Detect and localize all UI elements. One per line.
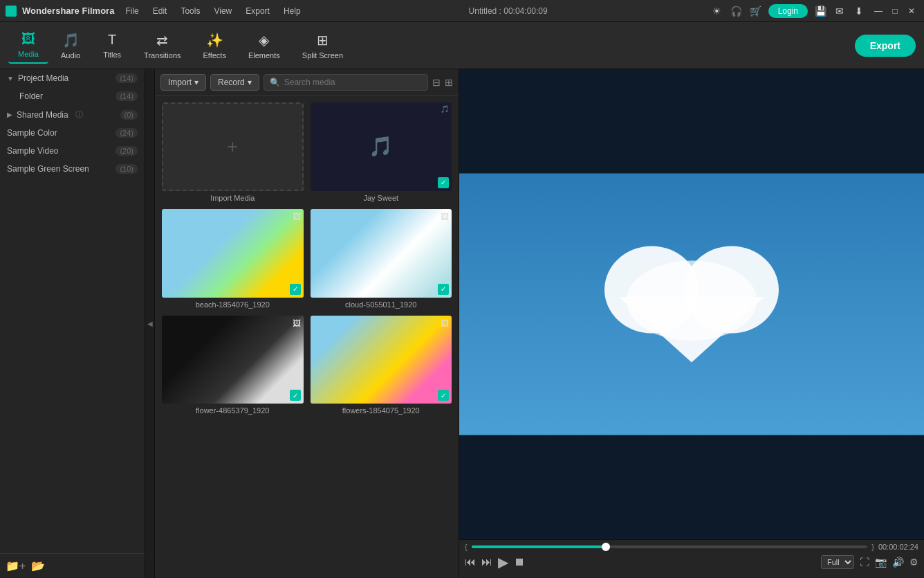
sample-green-label: Sample Green Screen xyxy=(7,164,89,174)
project-media-count: (14) xyxy=(115,73,138,83)
title-bar-left: Wondershare Filmora File Edit Tools View… xyxy=(6,5,306,17)
tab-media[interactable]: 🖼 Media xyxy=(8,27,48,64)
effects-icon: ✨ xyxy=(206,32,223,48)
jay-sweet-check: ✓ xyxy=(438,177,449,188)
record-chevron: ▾ xyxy=(248,78,252,87)
menu-edit[interactable]: Edit xyxy=(147,5,173,17)
flowers2-item[interactable]: 🖼 ✓ flowers-1854075_1920 xyxy=(311,316,452,415)
cloud-label: cloud-5055011_1920 xyxy=(311,300,452,309)
main-area: ▼ Project Media (14) Folder (14) ▶ Share… xyxy=(0,69,924,578)
export-button[interactable]: Export xyxy=(855,35,916,57)
folder-count: (14) xyxy=(115,91,138,101)
progress-bar[interactable] xyxy=(472,545,868,548)
folder-open-icon[interactable]: 📂 xyxy=(31,559,45,572)
flower4-label: flower-4865379_1920 xyxy=(162,406,304,415)
login-button[interactable]: Login xyxy=(768,4,808,18)
close-button[interactable]: ✕ xyxy=(905,4,918,18)
rewind-button[interactable]: ⏮ xyxy=(465,556,476,568)
settings-icon[interactable]: ⚙ xyxy=(909,557,918,568)
search-input[interactable] xyxy=(284,78,422,87)
panel-collapse-handle[interactable]: ◀ xyxy=(145,69,155,578)
toolbar: 🖼 Media 🎵 Audio T Titles ⇄ Transitions ✨… xyxy=(0,22,924,69)
menu-file[interactable]: File xyxy=(120,5,144,17)
tree-sample-video[interactable]: Sample Video (20) xyxy=(0,142,145,160)
minimize-button[interactable]: — xyxy=(871,4,885,18)
tree-sample-green[interactable]: Sample Green Screen (10) xyxy=(0,160,145,178)
cloud-item[interactable]: 🖼 ✓ cloud-5055011_1920 xyxy=(311,209,452,309)
grid-view-icon[interactable]: ⊞ xyxy=(445,77,453,88)
tab-audio[interactable]: 🎵 Audio xyxy=(51,28,90,64)
music-icon: 🎵 xyxy=(369,135,393,158)
record-label: Record xyxy=(218,78,245,87)
import-media-label: Import Media xyxy=(162,194,304,202)
import-button[interactable]: Import ▾ xyxy=(160,74,206,91)
headphone-icon[interactable]: 🎧 xyxy=(730,4,743,18)
flower4-item[interactable]: 🖼 ✓ flower-4865379_1920 xyxy=(162,316,304,415)
transitions-tab-label: Transitions xyxy=(144,51,181,60)
quality-select[interactable]: Full xyxy=(821,555,854,569)
tree-project-media[interactable]: ▼ Project Media (14) xyxy=(0,69,145,87)
preview-right-controls: Full ⛶ 📷 🔊 ⚙ xyxy=(821,555,918,569)
beach-item[interactable]: 🖼 ✓ beach-1854076_1920 xyxy=(162,209,304,309)
window-title: Untitled : 00:04:00:09 xyxy=(469,6,548,16)
beach-thumb: 🖼 ✓ xyxy=(162,209,304,298)
import-media-thumb: + xyxy=(162,102,304,191)
panel-items: ▼ Project Media (14) Folder (14) ▶ Share… xyxy=(0,69,145,553)
stop-button[interactable]: ⏹ xyxy=(514,556,525,568)
tab-split-screen[interactable]: ⊞ Split Screen xyxy=(293,28,353,64)
app-logo xyxy=(6,6,17,17)
tab-elements[interactable]: ◈ Elements xyxy=(239,28,290,64)
cart-icon[interactable]: 🛒 xyxy=(749,4,763,18)
media-tab-label: Media xyxy=(18,50,39,58)
import-label: Import xyxy=(168,78,192,87)
flower4-thumb: 🖼 ✓ xyxy=(162,316,304,404)
menu-view[interactable]: View xyxy=(208,5,237,17)
import-chevron: ▾ xyxy=(194,78,198,87)
left-panel: ▼ Project Media (14) Folder (14) ▶ Share… xyxy=(0,69,145,578)
play-button[interactable]: ▶ xyxy=(498,554,508,570)
cloud-thumb: 🖼 ✓ xyxy=(311,209,452,298)
volume-icon[interactable]: 🔊 xyxy=(892,557,904,568)
beach-check: ✓ xyxy=(290,284,301,295)
split-screen-tab-label: Split Screen xyxy=(302,51,343,60)
import-media-item[interactable]: + Import Media xyxy=(162,102,304,202)
beach-label: beach-1854076_1920 xyxy=(162,300,304,309)
elements-icon: ◈ xyxy=(259,32,269,48)
tree-folder[interactable]: Folder (14) xyxy=(0,87,145,105)
image-type-icon3: 🖼 xyxy=(293,318,301,328)
sun-icon[interactable]: ☀ xyxy=(710,4,724,18)
mail-icon[interactable]: ✉ xyxy=(833,4,847,18)
flowers2-label: flowers-1854075_1920 xyxy=(311,406,452,415)
add-folder-icon[interactable]: 📁+ xyxy=(6,559,26,572)
audio-tab-label: Audio xyxy=(61,51,80,60)
panel-bottom-buttons: 📁+ 📂 xyxy=(0,553,145,578)
tab-titles[interactable]: T Titles xyxy=(93,28,131,63)
download-icon[interactable]: ⬇ xyxy=(852,4,866,18)
snapshot-icon[interactable]: 📷 xyxy=(875,557,887,568)
jay-sweet-item[interactable]: 🎵 🎵 ✓ Jay Sweet xyxy=(311,102,452,202)
filter-icon[interactable]: ⊟ xyxy=(432,77,441,88)
menu-help[interactable]: Help xyxy=(278,5,306,17)
split-screen-icon: ⊞ xyxy=(317,32,329,48)
image-type-icon: 🖼 xyxy=(293,212,301,222)
save-icon[interactable]: 💾 xyxy=(813,4,827,18)
tree-sample-color[interactable]: Sample Color (24) xyxy=(0,124,145,142)
audio-icon: 🎵 xyxy=(62,32,80,48)
titles-icon: T xyxy=(108,32,116,48)
step-back-button[interactable]: ⏭ xyxy=(481,556,492,568)
transitions-icon: ⇄ xyxy=(156,32,168,48)
window-controls: — □ ✕ xyxy=(871,4,918,18)
tab-transitions[interactable]: ⇄ Transitions xyxy=(134,28,190,64)
project-media-label: Project Media xyxy=(18,73,68,83)
tab-effects[interactable]: ✨ Effects xyxy=(194,28,236,64)
fullscreen-icon[interactable]: ⛶ xyxy=(860,557,869,568)
menu-tools[interactable]: Tools xyxy=(175,5,205,17)
shared-media-count: (0) xyxy=(120,110,138,120)
shared-media-label: Shared Media xyxy=(17,110,68,120)
menu-export[interactable]: Export xyxy=(240,5,275,17)
record-button[interactable]: Record ▾ xyxy=(210,74,259,91)
progress-bar-area: { } 00:00:02:24 xyxy=(465,543,918,551)
plus-icon: + xyxy=(227,136,238,158)
maximize-button[interactable]: □ xyxy=(888,4,902,18)
tree-shared-media[interactable]: ▶ Shared Media ⓘ (0) xyxy=(0,105,145,124)
